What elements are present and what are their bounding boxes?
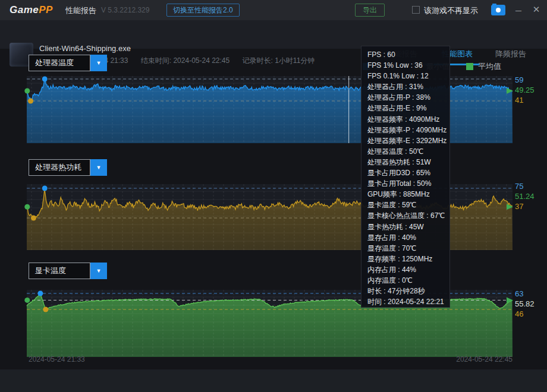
max-value-label: 75 <box>515 181 547 191</box>
tooltip-line: 显卡温度 : 59℃ <box>367 200 449 210</box>
avg-value-label: 49.25 <box>515 85 547 95</box>
tooltip-line: 内存占用 : 44% <box>367 264 449 275</box>
hide-game-checkbox-label: 该游戏不再显示 <box>424 5 478 16</box>
metric-selector-gpu-temp[interactable]: 显卡温度 ▼ <box>29 263 107 279</box>
footer-band <box>0 369 547 392</box>
max-value-label: 63 <box>515 289 547 299</box>
tab-throttle-report[interactable]: 降频报告 <box>495 49 526 59</box>
tooltip-line: 处理器热功耗 : 51W <box>367 157 449 167</box>
tooltip-line: 处理器占用-E : 9% <box>367 103 449 113</box>
legend-item[interactable]: 平均值 <box>466 61 501 72</box>
tooltip-line: 显存温度 : 70℃ <box>367 243 449 254</box>
gamepp-logo: GamePP <box>10 4 53 16</box>
process-name: Client-Win64-Shipping.exe <box>39 44 131 53</box>
minimize-button[interactable]: ─ <box>513 4 524 15</box>
screenshot-camera-icon[interactable] <box>491 5 505 15</box>
tooltip-line: 处理器占用-P : 38% <box>367 92 449 103</box>
metric-selector-value[interactable]: 处理器温度 <box>29 55 90 71</box>
legend-swatch <box>466 63 473 70</box>
legend-label: 平均值 <box>478 61 501 72</box>
tooltip-line: 显卡占用D3D : 65% <box>367 167 449 178</box>
logo-game-text: Game <box>10 4 39 15</box>
tooltip-line: 时长 : 47分钟28秒 <box>367 286 449 296</box>
tooltip-line: GPU频率 : 885MHz <box>367 189 449 200</box>
max-value-label: 59 <box>515 75 547 85</box>
min-value-label: 41 <box>515 95 547 105</box>
metric-selector-value[interactable]: 处理器热功耗 <box>29 159 90 176</box>
tooltip-line: 处理器温度 : 50℃ <box>367 146 449 157</box>
chevron-down-icon[interactable]: ▼ <box>90 55 107 71</box>
tooltip-line: 显存占用 : 40% <box>367 232 449 243</box>
chevron-down-icon[interactable]: ▼ <box>90 159 107 176</box>
session-header: Client-Win64-Shipping.exe 开始时间: 2024-05-… <box>0 20 547 49</box>
gamepp-window: GamePP 性能报告 V 5.3.2212.329 切换至性能报告2.0 导出… <box>0 0 547 392</box>
avg-value-label: 51.24 <box>515 191 547 201</box>
switch-report-2-button[interactable]: 切换至性能报告2.0 <box>166 4 240 17</box>
metric-selector-cpu-power[interactable]: 处理器热功耗 ▼ <box>29 159 107 176</box>
metric-selector-value[interactable]: 显卡温度 <box>29 263 90 279</box>
tooltip-line: 处理器频率 : 4090MHz <box>367 114 449 125</box>
tooltip-line: 内存温度 : 0℃ <box>367 275 449 286</box>
tooltip-line: 显卡核心热点温度 : 67℃ <box>367 210 449 221</box>
x-axis-start-time: 2024-05-24 21:33 <box>29 355 85 363</box>
tooltip-line: 显存频率 : 1250MHz <box>367 254 449 264</box>
tooltip-line: 处理器频率-P : 4090MHz <box>367 125 449 135</box>
duration-label: 记录时长: 1小时11分钟 <box>243 56 315 65</box>
cpu-temp-axis-labels: 59 49.25 41 <box>515 75 547 105</box>
avg-value-label: 55.82 <box>515 299 547 309</box>
tooltip-line: 显卡热功耗 : 45W <box>367 222 449 232</box>
gpu-temp-axis-labels: 63 55.82 46 <box>515 289 547 319</box>
metrics-tooltip: FPS : 60FPS 1% Low : 36FPS 0.1% Low : 12… <box>361 46 450 308</box>
export-button[interactable]: 导出 <box>355 4 385 17</box>
tooltip-line: FPS 0.1% Low : 12 <box>367 71 449 81</box>
end-time-label: 结束时间: 2024-05-24 22:45 <box>141 56 230 65</box>
chevron-down-icon[interactable]: ▼ <box>90 263 107 279</box>
tooltip-line: 时间 : 2024-05-24 22:21 <box>367 296 449 307</box>
logo-pp-text: PP <box>39 4 53 15</box>
app-section-label: 性能报告 <box>65 5 96 16</box>
title-bar: GamePP 性能报告 V 5.3.2212.329 切换至性能报告2.0 导出… <box>0 0 547 20</box>
tooltip-line: 处理器频率-E : 3292MHz <box>367 135 449 146</box>
tooltip-line: 显卡占用Total : 50% <box>367 178 449 189</box>
metric-selector-cpu-temp[interactable]: 处理器温度 ▼ <box>29 55 107 71</box>
tooltip-line: FPS 1% Low : 36 <box>367 60 449 71</box>
version-label: V 5.3.2212.329 <box>101 6 149 14</box>
x-axis-end-time: 2024-05-24 22:45 <box>456 355 513 363</box>
tooltip-line: FPS : 60 <box>367 49 449 60</box>
hide-game-checkbox[interactable] <box>412 6 420 14</box>
close-button[interactable]: ✕ <box>530 4 542 15</box>
min-value-label: 46 <box>515 309 547 319</box>
tooltip-line: 处理器占用 : 31% <box>367 81 449 92</box>
min-value-label: 37 <box>515 201 547 211</box>
cpu-power-axis-labels: 75 51.24 37 <box>515 181 547 211</box>
